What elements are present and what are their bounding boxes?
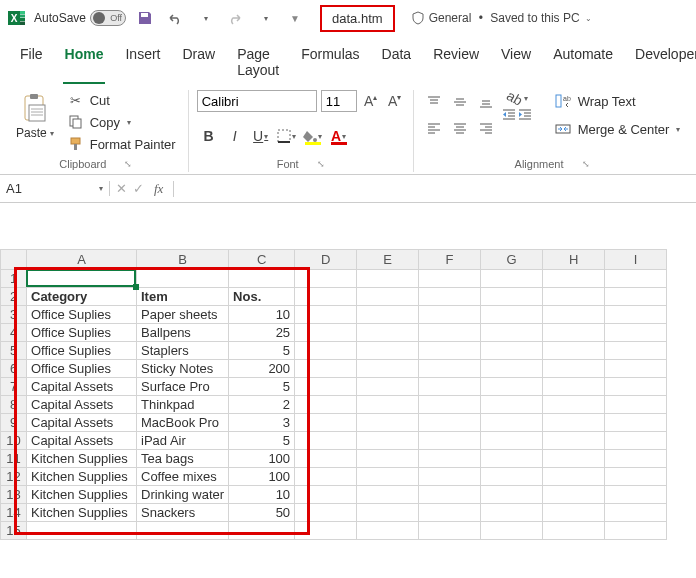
cell[interactable]: [295, 486, 357, 504]
cell[interactable]: [481, 360, 543, 378]
cell[interactable]: [229, 522, 295, 540]
enter-formula-icon[interactable]: ✓: [133, 181, 144, 196]
cell[interactable]: [543, 342, 605, 360]
font-size-select[interactable]: [321, 90, 357, 112]
row-header[interactable]: 15: [1, 522, 27, 540]
cell[interactable]: Capital Assets: [27, 414, 137, 432]
fill-color-button[interactable]: ▾: [301, 124, 325, 148]
cell[interactable]: [229, 270, 295, 288]
cell[interactable]: Capital Assets: [27, 396, 137, 414]
cell[interactable]: [295, 270, 357, 288]
cell[interactable]: [419, 396, 481, 414]
cell[interactable]: [295, 414, 357, 432]
align-right-button[interactable]: [474, 116, 498, 140]
cell[interactable]: [137, 522, 229, 540]
cell[interactable]: Thinkpad: [137, 396, 229, 414]
cell[interactable]: [605, 468, 667, 486]
column-header[interactable]: H: [543, 250, 605, 270]
cell[interactable]: [419, 378, 481, 396]
cell[interactable]: [419, 360, 481, 378]
column-header[interactable]: C: [229, 250, 295, 270]
row-header[interactable]: 1: [1, 270, 27, 288]
increase-font-button[interactable]: A▴: [361, 90, 381, 112]
cell[interactable]: MacBook Pro: [137, 414, 229, 432]
filename[interactable]: data.htm: [320, 5, 395, 32]
cell[interactable]: Drinking water: [137, 486, 229, 504]
cell[interactable]: 200: [229, 360, 295, 378]
wrap-text-button[interactable]: ab Wrap Text: [552, 90, 683, 112]
cell[interactable]: [481, 270, 543, 288]
cell[interactable]: [357, 486, 419, 504]
cell[interactable]: Office Suplies: [27, 360, 137, 378]
row-header[interactable]: 7: [1, 378, 27, 396]
cell[interactable]: [543, 486, 605, 504]
cell[interactable]: [295, 432, 357, 450]
cell[interactable]: [605, 414, 667, 432]
cell[interactable]: [419, 522, 481, 540]
cell[interactable]: [543, 378, 605, 396]
cell[interactable]: [605, 288, 667, 306]
cell[interactable]: [27, 522, 137, 540]
cell[interactable]: 2: [229, 396, 295, 414]
cell[interactable]: [357, 378, 419, 396]
row-header[interactable]: 9: [1, 414, 27, 432]
cell[interactable]: [295, 522, 357, 540]
decrease-indent-button[interactable]: [502, 108, 516, 122]
cancel-formula-icon[interactable]: ✕: [116, 181, 127, 196]
borders-button[interactable]: ▾: [275, 124, 299, 148]
row-header[interactable]: 12: [1, 468, 27, 486]
cell[interactable]: 25: [229, 324, 295, 342]
format-painter-button[interactable]: Format Painter: [64, 134, 180, 154]
cell[interactable]: 100: [229, 468, 295, 486]
column-header[interactable]: E: [357, 250, 419, 270]
cell[interactable]: Tea bags: [137, 450, 229, 468]
cell[interactable]: [605, 396, 667, 414]
spreadsheet-grid[interactable]: A B C D E F G H I 12CategoryItemNos.3Off…: [0, 249, 696, 540]
cell[interactable]: Paper sheets: [137, 306, 229, 324]
cell[interactable]: [295, 324, 357, 342]
cell[interactable]: 100: [229, 450, 295, 468]
cell[interactable]: [543, 360, 605, 378]
cell[interactable]: [357, 306, 419, 324]
redo-button[interactable]: [224, 7, 246, 29]
cell[interactable]: [419, 468, 481, 486]
cell[interactable]: [605, 306, 667, 324]
cell[interactable]: 50: [229, 504, 295, 522]
cell[interactable]: [295, 450, 357, 468]
cell[interactable]: [357, 432, 419, 450]
row-header[interactable]: 2: [1, 288, 27, 306]
cell[interactable]: Sticky Notes: [137, 360, 229, 378]
row-header[interactable]: 5: [1, 342, 27, 360]
cell[interactable]: [357, 468, 419, 486]
cell[interactable]: [357, 522, 419, 540]
row-header[interactable]: 11: [1, 450, 27, 468]
cell[interactable]: [481, 504, 543, 522]
cell[interactable]: [543, 324, 605, 342]
cell[interactable]: [605, 450, 667, 468]
cell[interactable]: Coffee mixes: [137, 468, 229, 486]
cell[interactable]: Office Suplies: [27, 342, 137, 360]
cell[interactable]: Office Suplies: [27, 324, 137, 342]
cell[interactable]: [543, 396, 605, 414]
cell[interactable]: [481, 486, 543, 504]
align-left-button[interactable]: [422, 116, 446, 140]
sensitivity-group[interactable]: General • Saved to this PC ⌄: [411, 11, 592, 25]
select-all-corner[interactable]: [1, 250, 27, 270]
cell[interactable]: [605, 378, 667, 396]
column-header[interactable]: F: [419, 250, 481, 270]
tab-data[interactable]: Data: [380, 42, 414, 84]
cell[interactable]: [419, 414, 481, 432]
cell[interactable]: [419, 432, 481, 450]
tab-insert[interactable]: Insert: [123, 42, 162, 84]
alignment-dialog-launcher[interactable]: ⤡: [582, 159, 590, 169]
cell[interactable]: Item: [137, 288, 229, 306]
cell[interactable]: Kitchen Supplies: [27, 468, 137, 486]
row-header[interactable]: 13: [1, 486, 27, 504]
font-color-button[interactable]: A▾: [327, 124, 351, 148]
cell[interactable]: 3: [229, 414, 295, 432]
cell[interactable]: [481, 450, 543, 468]
cell[interactable]: [481, 396, 543, 414]
cell[interactable]: [357, 288, 419, 306]
align-middle-button[interactable]: [448, 90, 472, 114]
cell[interactable]: iPad Air: [137, 432, 229, 450]
